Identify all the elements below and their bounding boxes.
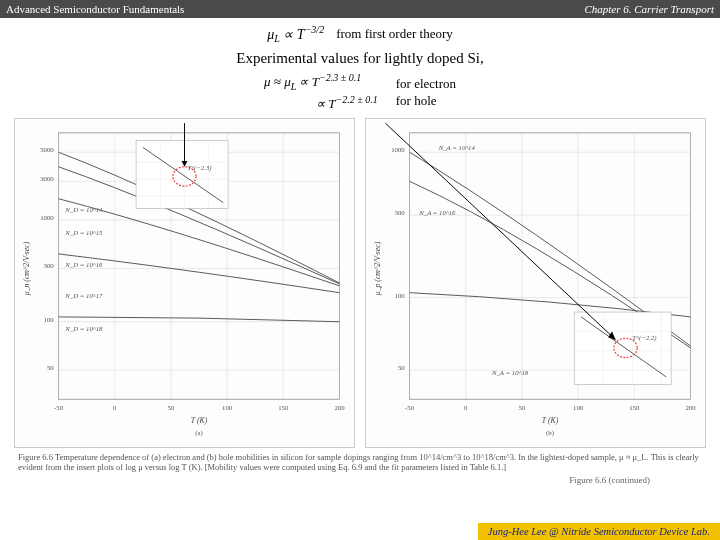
- label-nd16: N_D = 10^16: [64, 260, 103, 267]
- xtick: 0: [113, 403, 117, 410]
- slide-header: Advanced Semiconductor Fundamentals Chap…: [0, 0, 720, 18]
- exp-equations: μ ≈ μL ∝ T−2.3 ± 0.1 ∝ T−2.2 ± 0.1: [264, 71, 378, 113]
- xtick: 50: [519, 403, 526, 410]
- exp-labels: for electron for hole: [396, 76, 456, 110]
- figure-b: 1000 300 100 50 -50 0 50 100 150 200 T (…: [365, 118, 706, 448]
- first-order-row: μL ∝ T−3/2 from first order theory: [10, 24, 710, 44]
- ylabel-b: μ_p (cm^2/V·sec): [373, 241, 382, 295]
- eq-hole: ∝ T−2.2 ± 0.1: [264, 93, 378, 113]
- xtick: 150: [629, 403, 640, 410]
- sublabel-a: (a): [195, 429, 203, 437]
- fig-b-continued: Figure 6.6 (continued): [10, 475, 650, 485]
- first-order-note: from first order theory: [336, 26, 453, 42]
- ylabel-a: μ_n (cm^2/V·sec): [22, 241, 31, 295]
- xtick: 100: [222, 403, 233, 410]
- arrow-to-inset-b: [385, 123, 614, 338]
- exp-equation-block: μ ≈ μL ∝ T−2.3 ± 0.1 ∝ T−2.2 ± 0.1 for e…: [10, 71, 710, 113]
- label-nd15: N_D = 10^15: [64, 228, 103, 235]
- inset-frame-b: [574, 312, 671, 385]
- xtick: 200: [685, 403, 696, 410]
- ytick: 1000: [391, 146, 405, 153]
- label-na18: N_A = 10^18: [491, 369, 529, 376]
- experimental-heading: Experimental values for lightly doped Si…: [10, 50, 710, 67]
- ytick: 300: [395, 209, 406, 216]
- inset-slope-a: T^(−2.3): [187, 163, 212, 171]
- label-nd18: N_D = 10^18: [64, 325, 103, 332]
- xtick: 0: [464, 403, 468, 410]
- ytick: 50: [398, 364, 405, 371]
- ytick: 1000: [40, 214, 54, 221]
- xlabel-a: T (K): [191, 416, 208, 425]
- xlabel-b: T (K): [542, 416, 559, 425]
- label-nd14: N_D = 10^14: [64, 206, 103, 213]
- slide-footer: Jung-Hee Lee @ Nitride Semiconductor Dev…: [478, 523, 720, 540]
- label-hole: for hole: [396, 93, 456, 110]
- sublabel-b: (b): [546, 429, 554, 437]
- xtick: 100: [573, 403, 584, 410]
- eq-first-order: μL ∝ T−3/2: [267, 24, 324, 44]
- figure-row: 5000 3000 1000 300 100 50 -50 0 50 100 1…: [14, 118, 706, 448]
- xtick: -50: [405, 403, 415, 410]
- ytick: 5000: [40, 146, 54, 153]
- figure-a: 5000 3000 1000 300 100 50 -50 0 50 100 1…: [14, 118, 355, 448]
- xtick: 50: [168, 403, 175, 410]
- chapter-title: Chapter 6. Carrier Transport: [584, 3, 714, 15]
- slide-content: μL ∝ T−3/2 from first order theory Exper…: [0, 18, 720, 485]
- xtick: 150: [278, 403, 289, 410]
- eq-electron: μ ≈ μL ∝ T−2.3 ± 0.1: [264, 71, 378, 93]
- label-na16: N_A = 10^16: [418, 209, 456, 216]
- inset-slope-b: T^(−2.2): [632, 334, 657, 342]
- ytick: 3000: [40, 175, 54, 182]
- xtick: 200: [334, 403, 345, 410]
- label-electron: for electron: [396, 76, 456, 93]
- xtick: -50: [54, 403, 64, 410]
- figure-caption: Figure 6.6 Temperature dependence of (a)…: [18, 452, 702, 473]
- ytick: 100: [44, 315, 55, 322]
- ytick: 50: [47, 364, 54, 371]
- label-na14: N_A = 10^14: [438, 144, 476, 151]
- ytick: 300: [44, 262, 55, 269]
- ytick: 100: [395, 291, 406, 298]
- label-nd17: N_D = 10^17: [64, 291, 103, 298]
- curve-nd18: [59, 316, 340, 321]
- course-title: Advanced Semiconductor Fundamentals: [6, 3, 184, 15]
